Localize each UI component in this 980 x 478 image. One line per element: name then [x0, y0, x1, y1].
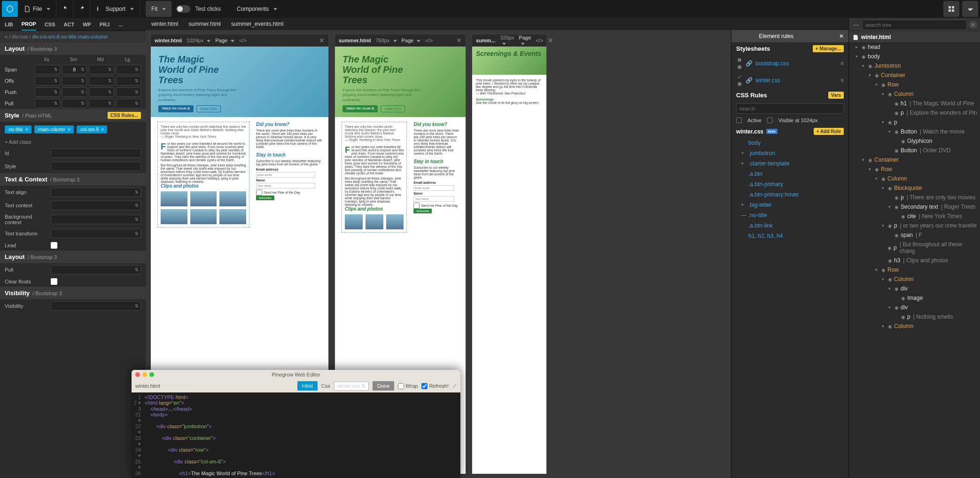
- css-rule-row[interactable]: .a.btn-primary:hover: [731, 189, 848, 200]
- tree-node[interactable]: ▾ ◉ Column: [849, 274, 980, 284]
- thumbnail[interactable]: [190, 209, 217, 224]
- layout-select[interactable]: [116, 65, 141, 74]
- css-rule-row[interactable]: +.jumbotron: [731, 148, 848, 158]
- tree-node[interactable]: ◉ p | But throughout all these chang: [849, 240, 980, 256]
- file-menu[interactable]: File: [19, 1, 56, 17]
- css-rule-row[interactable]: body: [731, 138, 848, 148]
- thumbnail[interactable]: [219, 191, 246, 206]
- expand-icon[interactable]: ▾: [880, 223, 886, 228]
- css-rule-row[interactable]: .a.btn-primary: [731, 179, 848, 189]
- close-icon[interactable]: ✕: [319, 37, 325, 44]
- tab-wp[interactable]: WP: [83, 19, 91, 30]
- collapse-panel-icon[interactable]: —: [852, 21, 860, 29]
- eye-icon[interactable]: ◉: [886, 245, 893, 251]
- layout-select[interactable]: 8: [62, 65, 87, 74]
- width-select[interactable]: 1024px: [187, 38, 210, 43]
- tree-node[interactable]: ◉ Glyphicon: [849, 136, 980, 146]
- thumbnail[interactable]: [386, 214, 404, 229]
- tree-node[interactable]: ▾ ◉ Button | Watch the movie: [849, 127, 980, 136]
- pine-checkbox[interactable]: Send me Pine of the Day: [413, 203, 459, 209]
- tree-node[interactable]: ◉ h1 | The Magic World of Pine: [849, 99, 980, 108]
- tree-search-input[interactable]: [862, 20, 967, 30]
- manage-stylesheets-button[interactable]: + Manage...: [813, 45, 844, 52]
- section-visibility[interactable]: Visibility / Bootstrap 3: [0, 287, 146, 299]
- tree-node[interactable]: ◉ h3 | Clips and photos: [849, 256, 980, 265]
- wrap-checkbox[interactable]: Wrap: [398, 383, 418, 389]
- eye-icon[interactable]: ◉: [887, 186, 893, 191]
- active-checkbox[interactable]: [736, 118, 742, 123]
- components-menu[interactable]: Components: [231, 1, 283, 17]
- tree-node[interactable]: ▾ ◉ Column: [849, 89, 980, 99]
- eye-icon[interactable]: ◉: [900, 139, 906, 144]
- css-file-select[interactable]: winter.css ⇅: [334, 382, 369, 391]
- canvas-viewport[interactable]: Screenings & Events This movie opened my…: [472, 47, 546, 474]
- eye-icon[interactable]: ◉: [893, 305, 900, 310]
- style-input[interactable]: [51, 162, 141, 171]
- stylesheet-row[interactable]: ✖ ◉🔗bootstrap.css≡: [731, 55, 848, 72]
- layout-select[interactable]: [62, 99, 87, 108]
- css-rule-row[interactable]: .a.btn-link: [731, 220, 848, 231]
- thumbnail[interactable]: [161, 191, 187, 206]
- eye-icon[interactable]: ◉: [893, 204, 900, 210]
- thumbnail[interactable]: [219, 209, 246, 224]
- eye-icon[interactable]: ◉: [887, 258, 893, 263]
- doc-tab[interactable]: winter.html: [151, 21, 178, 27]
- eye-icon[interactable]: ◉: [900, 314, 906, 320]
- code-icon[interactable]: </>: [425, 38, 433, 43]
- expand-icon[interactable]: ▾: [860, 157, 866, 162]
- eye-icon[interactable]: ◉: [900, 214, 906, 219]
- visible-checkbox[interactable]: [767, 118, 773, 123]
- remove-tag-icon[interactable]: ✕: [101, 127, 104, 132]
- code-icon[interactable]: </>: [239, 38, 247, 43]
- code-editor-body[interactable]: 1<!DOCTYPE html>2 ▾<html lang="en">3 <he…: [132, 392, 460, 478]
- tree-node[interactable]: ▾ ◉ Jumbotron: [849, 61, 980, 71]
- pull-select[interactable]: [51, 265, 141, 274]
- tab-act[interactable]: ACT: [64, 19, 75, 30]
- refresh-checkbox[interactable]: Refresh!: [421, 383, 449, 389]
- tree-node[interactable]: ▾ ◉ Container: [849, 71, 980, 80]
- prop-select[interactable]: [51, 229, 141, 238]
- eye-icon[interactable]: ◉: [860, 54, 867, 59]
- tree-node[interactable]: ◉ Button | Order DVD: [849, 146, 980, 155]
- remove-tag-icon[interactable]: ✕: [67, 127, 71, 132]
- eye-icon[interactable]: ◉: [893, 195, 900, 200]
- section-style[interactable]: Style / Plain HTML CSS Rules...: [0, 109, 146, 122]
- layout-select[interactable]: [35, 76, 60, 86]
- add-rule-button[interactable]: + Add Rule: [814, 128, 844, 135]
- layout-select[interactable]: [116, 76, 141, 86]
- expand-icon[interactable]: ▾: [873, 82, 879, 87]
- html-mode-button[interactable]: Html: [297, 381, 318, 391]
- support-menu[interactable]: i Support: [91, 1, 140, 17]
- expand-icon[interactable]: ▾: [854, 54, 859, 59]
- eye-icon[interactable]: ◉: [887, 92, 893, 97]
- eye-icon[interactable]: ◉: [893, 101, 900, 106]
- layout-select[interactable]: [62, 87, 87, 97]
- css-mode-button[interactable]: Css: [321, 383, 330, 389]
- expand-icon[interactable]: ▾: [873, 176, 879, 181]
- tree-node[interactable]: ◉ p | Explore the wonders of Pin: [849, 108, 980, 118]
- name-input[interactable]: [256, 183, 315, 188]
- eye-icon[interactable]: ◉: [880, 267, 887, 273]
- subscribe-button[interactable]: Subscribe: [413, 209, 432, 213]
- order-dvd-button[interactable]: Order DVD: [196, 105, 221, 112]
- page-menu[interactable]: Page: [402, 38, 421, 43]
- css-rules-button[interactable]: CSS Rules...: [108, 112, 141, 119]
- eye-icon[interactable]: ◉: [893, 148, 900, 153]
- tree-node[interactable]: ▾ ◉ body: [849, 52, 980, 61]
- tab-prj[interactable]: PRJ: [100, 19, 109, 30]
- menu-icon[interactable]: ≡: [840, 60, 844, 67]
- class-tag[interactable]: .no-title ✕: [5, 125, 31, 133]
- tree-node[interactable]: ▸ ◉ head: [849, 42, 980, 52]
- app-logo[interactable]: [2, 1, 18, 17]
- close-icon[interactable]: ✕: [839, 33, 844, 39]
- class-tag[interactable]: .col-sm-8 ✕: [77, 125, 107, 133]
- prop-select[interactable]: [51, 215, 141, 224]
- expand-icon[interactable]: ▸: [854, 45, 859, 49]
- clear-search-icon[interactable]: ✕: [969, 21, 977, 29]
- grid-view-icon[interactable]: [943, 1, 959, 17]
- add-class-button[interactable]: + Add class: [0, 137, 146, 147]
- doc-tab[interactable]: summer.html: [188, 21, 221, 27]
- coffee-icon[interactable]: [962, 1, 978, 17]
- prop-select[interactable]: [51, 201, 141, 210]
- breadcrumb-current[interactable]: div.col-sm-8.no-title.main-column: [32, 34, 108, 39]
